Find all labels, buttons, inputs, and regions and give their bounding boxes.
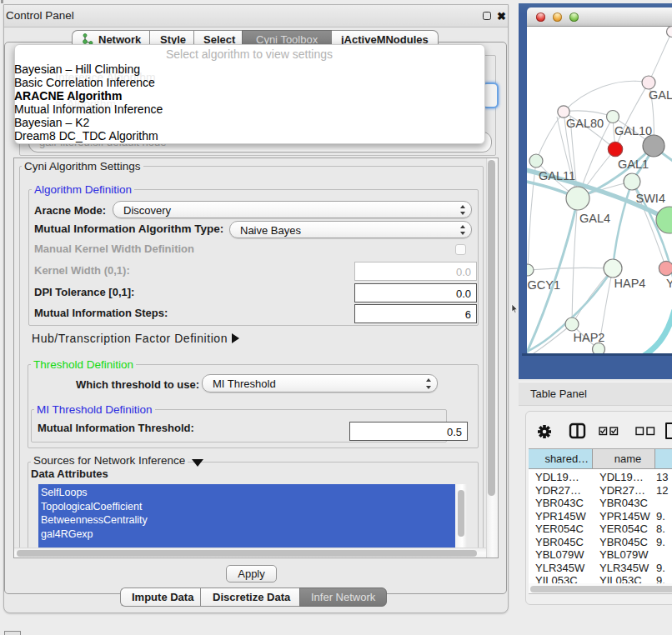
svg-text:GAL4: GAL4	[579, 212, 610, 225]
svg-text:GCY1: GCY1	[528, 278, 561, 292]
svg-text:HAP2: HAP2	[574, 331, 605, 344]
svg-text:HAP4: HAP4	[614, 277, 646, 290]
svg-text:YJ: YJ	[666, 277, 672, 290]
svg-text:GAL80: GAL80	[566, 117, 604, 130]
svg-text:GAL7: GAL7	[649, 88, 672, 102]
svg-text:SWI4: SWI4	[636, 192, 665, 205]
svg-text:GAL10: GAL10	[614, 124, 652, 138]
svg-text:GAL11: GAL11	[539, 169, 575, 182]
svg-text:GAL1: GAL1	[618, 158, 649, 171]
